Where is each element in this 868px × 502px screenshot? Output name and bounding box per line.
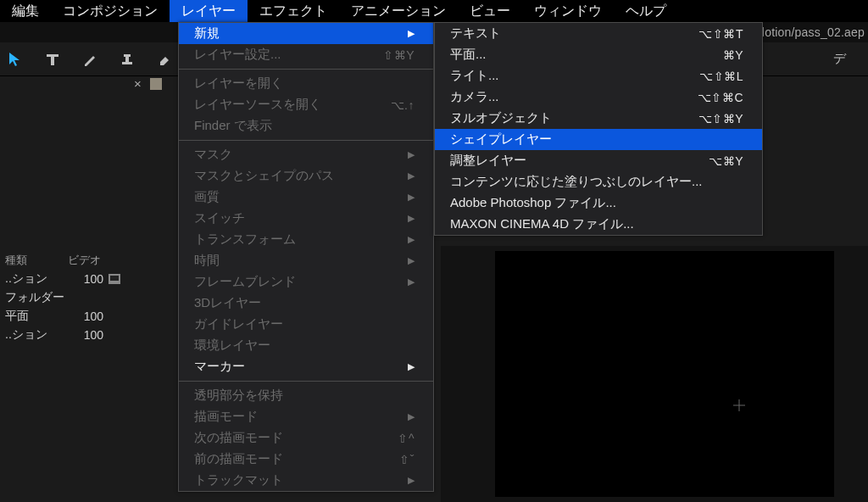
menu-shortcut: ⌥⇧⌘T xyxy=(698,27,743,41)
layer-menu-item: レイヤーを開く xyxy=(179,73,433,94)
close-panel-icon[interactable]: × xyxy=(134,76,142,91)
asset-row[interactable]: 平面100 xyxy=(0,307,134,326)
submenu-arrow-icon: ▶ xyxy=(408,276,415,287)
new-menu-item[interactable]: コンテンツに応じた塗りつぶしのレイヤー... xyxy=(435,171,762,192)
project-path-text: lotion/pass_02.aep xyxy=(762,25,865,39)
submenu-arrow-icon: ▶ xyxy=(408,475,415,486)
menu-animation[interactable]: アニメーション xyxy=(339,0,458,22)
menu-item-label: 画質 xyxy=(194,189,408,205)
asset-kind: ..ション xyxy=(5,271,68,287)
layer-menu-item: 前の描画モード⇧ˇ xyxy=(179,449,433,470)
app-menubar: 編集 コンポジション レイヤー エフェクト アニメーション ビュー ウィンドウ … xyxy=(0,0,868,22)
menu-item-label: カメラ... xyxy=(450,89,698,105)
menu-composition[interactable]: コンポジション xyxy=(51,0,170,22)
menu-view[interactable]: ビュー xyxy=(458,0,522,22)
layer-menu-item: 時間▶ xyxy=(179,250,433,271)
new-menu-item[interactable]: 平面...⌘Y xyxy=(435,44,762,65)
right-panel-tab[interactable]: デ xyxy=(811,51,868,67)
text-tool-icon[interactable] xyxy=(42,49,63,70)
menu-item-label: 描画モード xyxy=(194,409,408,425)
menu-item-label: レイヤー設定... xyxy=(194,47,383,63)
menu-item-label: トランスフォーム xyxy=(194,231,408,248)
asset-row[interactable]: フォルダー xyxy=(0,288,134,307)
layer-menu-item: トランスフォーム▶ xyxy=(179,229,433,250)
menu-shortcut: ⌥.↑ xyxy=(391,98,415,112)
clone-stamp-tool-icon[interactable] xyxy=(117,49,137,70)
new-menu-item[interactable]: 調整レイヤー⌥⌘Y xyxy=(435,150,762,171)
layer-menu-item: フレームブレンド▶ xyxy=(179,271,433,293)
col-header-video[interactable]: ビデオ xyxy=(68,253,101,268)
layer-menu-item: 描画モード▶ xyxy=(179,406,433,427)
asset-kind: ..ション xyxy=(5,327,68,343)
menu-item-label: マーカー xyxy=(194,359,408,375)
submenu-arrow-icon: ▶ xyxy=(408,411,415,422)
asset-video-col: 100 xyxy=(68,328,103,342)
project-assets-header: 種類 ビデオ xyxy=(0,251,134,270)
composition-viewport[interactable] xyxy=(441,246,868,502)
asset-video-col: 100 xyxy=(68,272,103,286)
menu-layer[interactable]: レイヤー xyxy=(170,0,248,22)
layer-menu-item: マスクとシェイプのパス▶ xyxy=(179,165,433,187)
menu-effect[interactable]: エフェクト xyxy=(248,0,339,22)
menu-item-label: Adobe Photoshop ファイル... xyxy=(450,195,743,211)
crosshair-icon xyxy=(732,399,746,412)
menu-item-label: 調整レイヤー xyxy=(450,153,709,169)
menu-separator xyxy=(179,140,433,141)
submenu-arrow-icon: ▶ xyxy=(408,234,415,245)
eraser-tool-icon[interactable] xyxy=(154,49,175,70)
asset-row[interactable]: ..ション100 xyxy=(0,270,134,288)
col-header-kind[interactable]: 種類 xyxy=(5,253,68,268)
new-menu-item[interactable]: カメラ...⌥⇧⌘C xyxy=(435,86,762,108)
layer-menu-item: トラックマット▶ xyxy=(179,470,433,491)
selection-tool-icon[interactable] xyxy=(5,49,25,70)
layer-menu-item: 次の描画モード⇧^ xyxy=(179,427,433,449)
panel-tab-row: × xyxy=(134,76,170,91)
layer-menu-item: Finder で表示 xyxy=(179,115,433,137)
svg-rect-2 xyxy=(124,54,131,57)
layer-menu-item: 環境レイヤー xyxy=(179,335,433,356)
menu-edit[interactable]: 編集 xyxy=(0,0,51,22)
menu-shortcut: ⇧ˇ xyxy=(399,453,415,466)
new-menu-item[interactable]: テキスト⌥⇧⌘T xyxy=(435,23,762,44)
menu-shortcut: ⌥⌘Y xyxy=(709,154,743,168)
project-assets-panel: 種類 ビデオ ..ション100フォルダー平面100..ション100 xyxy=(0,251,134,344)
svg-rect-0 xyxy=(122,62,132,64)
composition-icon xyxy=(108,274,120,284)
asset-row[interactable]: ..ション100 xyxy=(0,326,134,344)
menu-item-label: 時間 xyxy=(194,253,408,269)
layer-menu-item[interactable]: 新規▶ xyxy=(179,23,433,44)
new-menu-item[interactable]: ライト...⌥⇧⌘L xyxy=(435,65,762,86)
new-menu-item[interactable]: シェイプレイヤー xyxy=(435,129,762,150)
menu-shortcut: ⌥⇧⌘L xyxy=(699,70,743,83)
color-swatch-icon xyxy=(150,78,162,90)
menu-window[interactable]: ウィンドウ xyxy=(522,0,614,22)
submenu-arrow-icon: ▶ xyxy=(408,361,415,372)
submenu-arrow-icon: ▶ xyxy=(408,255,415,266)
canvas-area[interactable] xyxy=(495,251,834,497)
menu-item-label: ライト... xyxy=(450,68,699,84)
pen-tool-icon[interactable] xyxy=(80,49,100,70)
new-menu-item[interactable]: ヌルオブジェクト⌥⇧⌘Y xyxy=(435,108,762,129)
new-menu-item[interactable]: MAXON CINEMA 4D ファイル... xyxy=(435,214,762,235)
menu-shortcut: ⌥⇧⌘C xyxy=(698,91,743,104)
menu-help[interactable]: ヘルプ xyxy=(614,0,678,22)
menu-item-label: レイヤーソースを開く xyxy=(194,97,391,113)
menu-item-label: 新規 xyxy=(194,25,408,42)
layer-menu-item: ガイドレイヤー xyxy=(179,314,433,335)
menu-item-label: ヌルオブジェクト xyxy=(450,110,698,126)
layer-menu-item[interactable]: マーカー▶ xyxy=(179,356,433,377)
menu-separator xyxy=(179,381,433,382)
menu-item-label: 平面... xyxy=(450,47,723,63)
menu-item-label: MAXON CINEMA 4D ファイル... xyxy=(450,216,743,232)
new-menu-item[interactable]: Adobe Photoshop ファイル... xyxy=(435,192,762,214)
menu-item-label: 前の描画モード xyxy=(194,451,399,467)
layer-menu-item: 画質▶ xyxy=(179,187,433,208)
menu-item-label: スイッチ xyxy=(194,210,408,226)
layer-menu-item: マスク▶ xyxy=(179,144,433,165)
menu-item-label: コンテンツに応じた塗りつぶしのレイヤー... xyxy=(450,174,743,190)
asset-video-col: 100 xyxy=(68,310,103,323)
menu-item-label: Finder で表示 xyxy=(194,118,415,134)
menu-item-label: 次の描画モード xyxy=(194,430,398,446)
menu-item-label: テキスト xyxy=(450,25,698,42)
menu-item-label: マスクとシェイプのパス xyxy=(194,168,408,184)
